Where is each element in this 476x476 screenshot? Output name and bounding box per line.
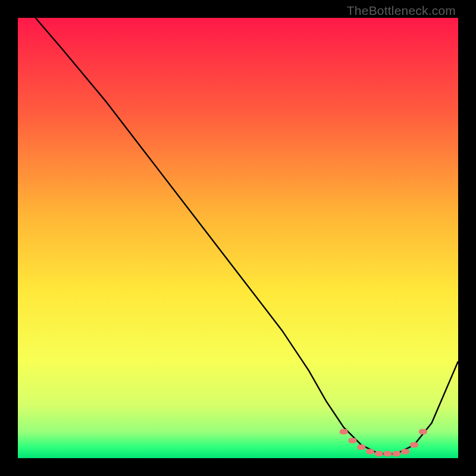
optimal-range-markers <box>340 429 427 456</box>
marker-dot <box>410 442 418 447</box>
watermark-text: TheBottleneck.com <box>347 4 456 18</box>
marker-dot <box>357 444 365 450</box>
marker-dot <box>375 451 383 456</box>
marker-dot <box>392 451 400 456</box>
plot-area <box>18 18 458 458</box>
marker-dot <box>419 429 427 434</box>
marker-dot <box>384 451 392 456</box>
marker-dot <box>348 438 356 443</box>
marker-dot <box>340 429 348 434</box>
curve-layer <box>18 18 458 458</box>
marker-dot <box>401 449 409 454</box>
marker-dot <box>366 449 374 454</box>
bottleneck-curve <box>36 18 458 454</box>
